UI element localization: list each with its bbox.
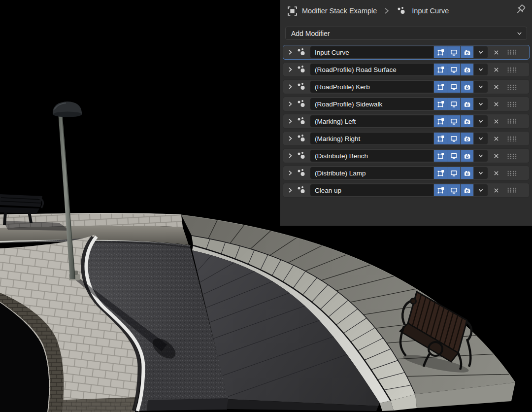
render-display-toggle[interactable] bbox=[461, 115, 473, 127]
modifier-row[interactable]: (Marking) Right bbox=[283, 131, 530, 146]
extras-dropdown-button[interactable] bbox=[474, 98, 488, 110]
extras-dropdown-button[interactable] bbox=[474, 133, 488, 144]
modifier-name-field[interactable]: (Distribute) Bench bbox=[310, 150, 433, 162]
modifier-name-text: (RoadProfile) Road Surface bbox=[310, 66, 397, 73]
geometry-nodes-icon bbox=[296, 185, 307, 195]
extras-dropdown-button[interactable] bbox=[474, 64, 488, 75]
edit-mode-display-toggle[interactable] bbox=[434, 133, 447, 144]
expand-chevron-icon[interactable] bbox=[286, 135, 294, 142]
extras-dropdown-button[interactable] bbox=[474, 115, 488, 127]
expand-chevron-icon[interactable] bbox=[286, 118, 294, 125]
edit-mode-display-toggle[interactable] bbox=[434, 98, 447, 110]
drag-handle[interactable] bbox=[506, 67, 517, 72]
breadcrumb: Modifier Stack Example Input Curve bbox=[280, 0, 532, 22]
edit-mode-display-toggle[interactable] bbox=[434, 46, 447, 58]
remove-modifier-button[interactable] bbox=[491, 167, 501, 179]
viewport-display-toggle[interactable] bbox=[447, 46, 460, 58]
modifier-name-field[interactable]: Input Curve bbox=[310, 46, 433, 58]
viewport-display-toggle[interactable] bbox=[447, 81, 460, 93]
extras-dropdown-button[interactable] bbox=[474, 81, 488, 93]
remove-modifier-button[interactable] bbox=[491, 184, 501, 196]
viewport-display-toggle[interactable] bbox=[447, 98, 460, 110]
remove-modifier-button[interactable] bbox=[491, 115, 501, 127]
viewport-display-toggle[interactable] bbox=[447, 133, 460, 144]
drag-handle[interactable] bbox=[506, 49, 517, 55]
modifier-row[interactable]: (Distribute) Lamp bbox=[283, 166, 530, 180]
edit-mode-display-toggle[interactable] bbox=[434, 150, 447, 162]
modifier-row[interactable]: (RoadProfile) Kerb bbox=[283, 79, 530, 94]
viewport-display-toggle[interactable] bbox=[447, 167, 460, 179]
geometry-nodes-icon bbox=[296, 168, 307, 178]
viewport-display-toggle[interactable] bbox=[447, 64, 460, 75]
object-name[interactable]: Modifier Stack Example bbox=[302, 7, 377, 15]
modifier-row[interactable]: (RoadProfile) Road Surface bbox=[283, 62, 530, 77]
add-modifier-label: Add Modifier bbox=[291, 30, 330, 37]
modifier-name-text: (Marking) Right bbox=[310, 135, 360, 142]
render-display-toggle[interactable] bbox=[461, 150, 473, 162]
expand-chevron-icon[interactable] bbox=[286, 170, 294, 176]
modifier-name-field[interactable]: (RoadProfile) Kerb bbox=[310, 81, 433, 93]
viewport-display-toggle[interactable] bbox=[447, 115, 460, 127]
geometry-nodes-icon bbox=[296, 47, 307, 57]
expand-chevron-icon[interactable] bbox=[286, 187, 294, 194]
expand-chevron-icon[interactable] bbox=[286, 152, 294, 159]
drag-handle[interactable] bbox=[506, 84, 517, 90]
drag-handle[interactable] bbox=[506, 153, 517, 159]
geometry-nodes-icon bbox=[396, 6, 407, 16]
edit-mode-display-toggle[interactable] bbox=[434, 115, 447, 127]
render-display-toggle[interactable] bbox=[461, 184, 473, 196]
remove-modifier-button[interactable] bbox=[491, 150, 501, 162]
render-display-toggle[interactable] bbox=[461, 167, 473, 179]
drag-handle[interactable] bbox=[506, 101, 517, 107]
expand-chevron-icon[interactable] bbox=[286, 49, 294, 56]
modifier-row[interactable]: Clean up bbox=[283, 183, 530, 198]
remove-modifier-button[interactable] bbox=[491, 98, 501, 110]
render-display-toggle[interactable] bbox=[461, 64, 473, 75]
edit-mode-display-toggle[interactable] bbox=[434, 184, 447, 196]
edit-mode-display-toggle[interactable] bbox=[434, 81, 447, 93]
expand-chevron-icon[interactable] bbox=[286, 83, 294, 90]
edit-mode-display-toggle[interactable] bbox=[434, 64, 447, 75]
add-modifier-dropdown[interactable]: Add Modifier bbox=[285, 27, 527, 40]
render-display-toggle[interactable] bbox=[461, 98, 473, 110]
modifier-name-field[interactable]: (Marking) Left bbox=[310, 115, 433, 127]
modifier-name-field[interactable]: (Marking) Right bbox=[310, 133, 433, 144]
edit-mode-display-toggle[interactable] bbox=[434, 167, 447, 179]
remove-modifier-button[interactable] bbox=[491, 46, 501, 58]
extras-dropdown-button[interactable] bbox=[474, 46, 488, 58]
geometry-nodes-icon bbox=[296, 151, 307, 161]
drag-handle[interactable] bbox=[506, 187, 517, 193]
expand-chevron-icon[interactable] bbox=[286, 66, 294, 73]
extras-dropdown-button[interactable] bbox=[474, 150, 488, 162]
modifier-row[interactable]: (RoadProfile) Sidewalk bbox=[283, 97, 530, 111]
viewport-display-toggle[interactable] bbox=[447, 150, 460, 162]
modifier-row[interactable]: Input Curve bbox=[283, 45, 530, 60]
geometry-nodes-icon bbox=[296, 134, 307, 143]
viewport-display-toggle[interactable] bbox=[447, 184, 460, 196]
render-display-toggle[interactable] bbox=[461, 81, 473, 93]
modifier-name-text: (Marking) Left bbox=[310, 118, 356, 125]
extras-dropdown-button[interactable] bbox=[474, 184, 488, 196]
modifier-name-field[interactable]: (Distribute) Lamp bbox=[310, 167, 433, 179]
remove-modifier-button[interactable] bbox=[491, 133, 501, 144]
expand-chevron-icon[interactable] bbox=[286, 101, 294, 107]
modifier-row[interactable]: (Distribute) Bench bbox=[283, 148, 530, 163]
blender-window: Modifier Stack Example Input Curve bbox=[0, 0, 532, 412]
geometry-nodes-icon bbox=[296, 116, 307, 126]
drag-handle[interactable] bbox=[506, 136, 517, 141]
modifier-name-field[interactable]: Clean up bbox=[310, 184, 433, 196]
remove-modifier-button[interactable] bbox=[491, 81, 501, 93]
drag-handle[interactable] bbox=[506, 170, 517, 176]
extras-dropdown-button[interactable] bbox=[474, 167, 488, 179]
pin-icon[interactable] bbox=[514, 4, 526, 18]
modifier-name-field[interactable]: (RoadProfile) Sidewalk bbox=[310, 98, 433, 110]
render-display-toggle[interactable] bbox=[461, 133, 473, 144]
active-modifier-name[interactable]: Input Curve bbox=[412, 7, 449, 15]
remove-modifier-button[interactable] bbox=[491, 64, 501, 75]
drag-handle[interactable] bbox=[506, 118, 517, 124]
geometry-nodes-icon bbox=[296, 99, 307, 109]
render-display-toggle[interactable] bbox=[461, 46, 473, 58]
modifier-name-field[interactable]: (RoadProfile) Road Surface bbox=[310, 64, 433, 75]
modifier-row[interactable]: (Marking) Left bbox=[283, 114, 530, 129]
object-brackets-icon bbox=[287, 6, 298, 16]
